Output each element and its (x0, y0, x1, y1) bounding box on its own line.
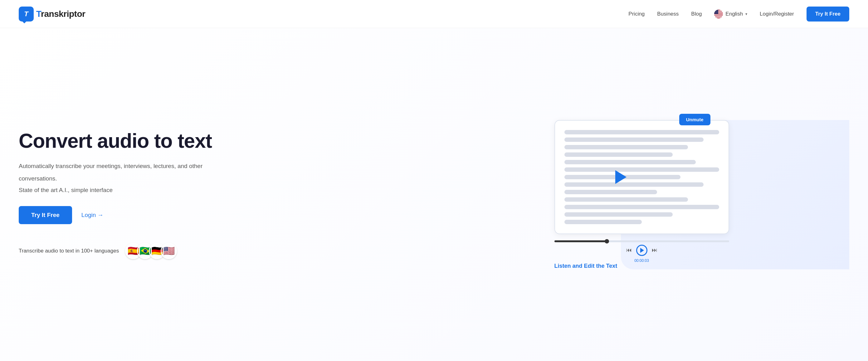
try-it-free-hero-button[interactable]: Try It Free (19, 206, 72, 224)
flag-us: 🇺🇸 (161, 243, 177, 259)
text-line-2 (564, 137, 704, 142)
language-label: English (725, 11, 743, 17)
hero-title: Convert audio to text (19, 130, 231, 152)
listen-edit-link[interactable]: Listen and Edit the Text (554, 263, 617, 269)
text-line-4 (564, 153, 673, 157)
progress-track[interactable] (554, 240, 729, 242)
text-line-13 (564, 220, 642, 224)
us-flag-icon (714, 10, 723, 19)
logo-letter: T (24, 10, 28, 18)
text-line-9 (564, 190, 657, 194)
language-selector[interactable]: English ▾ (714, 10, 747, 19)
nav-business[interactable]: Business (657, 11, 679, 17)
play-overlay (615, 170, 626, 184)
hero-buttons: Try It Free Login → (19, 206, 231, 224)
nav-links: Pricing Business Blog English ▾ Login/Re… (628, 6, 849, 22)
text-line-12 (564, 212, 673, 217)
languages-text: Transcribe audio to text in 100+ languag… (19, 248, 119, 254)
text-line-3 (564, 145, 688, 149)
chevron-down-icon: ▾ (745, 12, 747, 16)
text-line-6 (564, 167, 719, 172)
hero-right: Unmute (434, 120, 849, 269)
logo[interactable]: T Transkriptor (19, 6, 85, 22)
audio-player: ⏮ ⏭ 00:00:03 (554, 240, 729, 263)
timestamp: 00:00:03 (634, 258, 649, 263)
hero-left: Convert audio to text Automatically tran… (19, 130, 231, 259)
hero-section: Convert audio to text Automatically tran… (0, 28, 868, 361)
unmute-badge[interactable]: Unmute (679, 114, 710, 125)
hero-description-3: State of the art A.I., simple interface (19, 187, 231, 194)
progress-thumb (604, 239, 609, 243)
login-link[interactable]: Login → (82, 212, 103, 219)
login-register-link[interactable]: Login/Register (760, 11, 794, 17)
fast-forward-button[interactable]: ⏭ (652, 247, 657, 254)
play-triangle-icon (615, 170, 626, 184)
text-lines (564, 130, 719, 224)
progress-fill (554, 240, 607, 242)
text-line-8 (564, 183, 704, 187)
nav-pricing[interactable]: Pricing (628, 11, 645, 17)
logo-text: Transkriptor (36, 9, 85, 19)
nav-blog[interactable]: Blog (691, 11, 702, 17)
navbar: T Transkriptor Pricing Business Blog Eng… (0, 0, 868, 28)
hero-description-1: Automatically transcribe your meetings, … (19, 162, 231, 171)
text-line-10 (564, 197, 688, 202)
rewind-button[interactable]: ⏮ (626, 247, 632, 254)
hero-description-2: conversations. (19, 174, 231, 183)
logo-T: T (36, 9, 41, 19)
progress-bar-container (554, 240, 729, 242)
hero-right-inner: Unmute (554, 120, 729, 269)
try-it-free-nav-button[interactable]: Try It Free (807, 6, 849, 22)
text-line-11 (564, 205, 719, 209)
transcript-card (554, 120, 729, 234)
mockup-container: Unmute (554, 120, 729, 269)
play-icon (640, 248, 644, 253)
logo-icon: T (19, 6, 34, 22)
text-line-5 (564, 160, 696, 164)
play-pause-button[interactable] (636, 245, 647, 256)
player-controls: ⏮ ⏭ (626, 245, 657, 256)
languages-row: Transcribe audio to text in 100+ languag… (19, 243, 231, 259)
text-line-1 (564, 130, 719, 134)
flag-stack: 🇪🇸 🇧🇷 🇩🇪 🇺🇸 (125, 243, 177, 259)
